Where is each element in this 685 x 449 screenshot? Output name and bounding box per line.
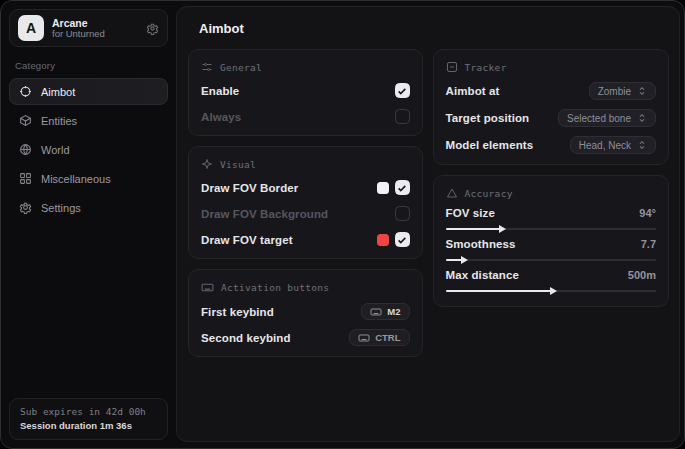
- slider-label: Max distance: [446, 269, 519, 281]
- sparkle-icon: [201, 158, 213, 170]
- target-position-select[interactable]: Selected bone: [558, 109, 656, 127]
- gear-icon[interactable]: [146, 22, 159, 35]
- setting-row-first-keybind: First keybind M2: [201, 303, 410, 320]
- slider-label: FOV size: [446, 207, 495, 219]
- slider-thumb[interactable]: [499, 225, 506, 233]
- sliders-icon: [201, 61, 213, 73]
- keyboard-icon: [201, 281, 214, 294]
- app-logo: A: [18, 15, 44, 41]
- main-panel: Aimbot General Enable: [176, 6, 680, 442]
- model-elements-select[interactable]: Head, Neck: [570, 136, 656, 154]
- setting-row-always: Always: [201, 108, 410, 125]
- section-title: Activation buttons: [221, 282, 329, 293]
- setting-label: Target position: [446, 112, 530, 124]
- sidebar-item-settings[interactable]: Settings: [9, 194, 168, 221]
- slider-smoothness: Smoothness 7.7: [446, 238, 656, 261]
- triangle-icon: [446, 187, 458, 199]
- color-swatch-red[interactable]: [377, 234, 389, 246]
- app-window: A Arcane for Unturned Category A: [0, 0, 685, 449]
- setting-label: Second keybind: [201, 332, 291, 344]
- square-minus-icon: [446, 61, 458, 73]
- always-checkbox[interactable]: [395, 109, 410, 124]
- sidebar-item-label: Entities: [41, 115, 77, 127]
- sidebar-item-aimbot[interactable]: Aimbot: [9, 78, 168, 105]
- setting-label: Aimbot at: [446, 85, 500, 97]
- setting-label: Model elements: [446, 139, 534, 151]
- chevrons-up-down-icon: [637, 140, 647, 150]
- select-value: Zombie: [598, 86, 631, 97]
- section-title: Accuracy: [465, 188, 513, 199]
- color-swatch-white[interactable]: [377, 182, 389, 194]
- section-activation-buttons: Activation buttons First keybind M2: [188, 269, 423, 357]
- fov-size-slider[interactable]: [446, 228, 656, 230]
- app-name: Arcane: [52, 17, 138, 29]
- setting-label: First keybind: [201, 306, 274, 318]
- sidebar-item-label: Aimbot: [41, 86, 75, 98]
- setting-row-fov-background: Draw FOV Background: [201, 205, 410, 222]
- first-keybind-button[interactable]: M2: [361, 303, 409, 320]
- sidebar-item-entities[interactable]: Entities: [9, 107, 168, 134]
- slider-label: Smoothness: [446, 238, 516, 250]
- setting-row-second-keybind: Second keybind CTRL: [201, 329, 410, 346]
- section-tracker: Tracker Aimbot at Zombie: [433, 49, 669, 165]
- app-header: A Arcane for Unturned: [9, 9, 168, 47]
- grid-icon: [19, 172, 32, 185]
- slider-value: 7.7: [641, 238, 656, 250]
- slider-max-distance: Max distance 500m: [446, 269, 656, 292]
- setting-row-aimbot-at: Aimbot at Zombie: [446, 82, 656, 100]
- section-title: Visual: [220, 159, 256, 170]
- sidebar-item-miscellaneous[interactable]: Miscellaneous: [9, 165, 168, 192]
- chevrons-up-down-icon: [637, 113, 647, 123]
- entities-icon: [19, 114, 32, 127]
- setting-label: Draw FOV target: [201, 234, 293, 246]
- sidebar-item-label: Settings: [41, 202, 81, 214]
- keybind-value: CTRL: [375, 332, 400, 343]
- setting-row-enable: Enable: [201, 82, 410, 99]
- select-value: Head, Neck: [579, 140, 631, 151]
- sidebar-item-label: Miscellaneous: [41, 173, 111, 185]
- setting-row-target-position: Target position Selected bone: [446, 109, 656, 127]
- session-duration: Session duration 1m 36s: [20, 420, 157, 431]
- chevrons-up-down-icon: [637, 86, 647, 96]
- section-accuracy: Accuracy FOV size 94°: [433, 175, 669, 307]
- max-distance-slider[interactable]: [446, 290, 656, 292]
- slider-value: 500m: [628, 269, 656, 281]
- section-title: General: [220, 62, 262, 73]
- setting-row-fov-target: Draw FOV target: [201, 231, 410, 248]
- gear-icon: [19, 201, 32, 214]
- smoothness-slider[interactable]: [446, 259, 656, 261]
- sidebar-item-world[interactable]: World: [9, 136, 168, 163]
- setting-label: Always: [201, 111, 241, 123]
- section-general: General Enable Always: [188, 49, 423, 136]
- page-title: Aimbot: [199, 21, 669, 36]
- slider-thumb[interactable]: [461, 256, 468, 264]
- keyboard-icon: [370, 306, 382, 318]
- category-label: Category: [15, 60, 168, 71]
- slider-thumb[interactable]: [550, 287, 557, 295]
- sidebar: A Arcane for Unturned Category A: [1, 1, 176, 448]
- fov-target-checkbox[interactable]: [395, 232, 410, 247]
- enable-checkbox[interactable]: [395, 83, 410, 98]
- setting-label: Draw FOV Background: [201, 208, 328, 220]
- section-visual: Visual Draw FOV Border Draw FOV Backgrou…: [188, 146, 423, 259]
- globe-icon: [19, 143, 32, 156]
- fov-border-checkbox[interactable]: [395, 180, 410, 195]
- second-keybind-button[interactable]: CTRL: [349, 329, 409, 346]
- select-value: Selected bone: [567, 113, 631, 124]
- section-title: Tracker: [465, 62, 507, 73]
- crosshair-icon: [19, 85, 32, 98]
- aimbot-at-select[interactable]: Zombie: [589, 82, 656, 100]
- keybind-value: M2: [387, 306, 400, 317]
- setting-label: Enable: [201, 85, 239, 97]
- slider-value: 94°: [639, 207, 656, 219]
- sidebar-item-label: World: [41, 144, 70, 156]
- subscription-expiry: Sub expires in 42d 00h: [20, 406, 157, 417]
- subscription-box: Sub expires in 42d 00h Session duration …: [9, 398, 168, 440]
- setting-label: Draw FOV Border: [201, 182, 298, 194]
- keyboard-icon: [358, 332, 370, 344]
- setting-row-model-elements: Model elements Head, Neck: [446, 136, 656, 154]
- sidebar-nav: Aimbot Entities World: [9, 78, 168, 221]
- setting-row-fov-border: Draw FOV Border: [201, 179, 410, 196]
- app-subtitle: for Unturned: [52, 29, 138, 40]
- fov-background-checkbox[interactable]: [395, 206, 410, 221]
